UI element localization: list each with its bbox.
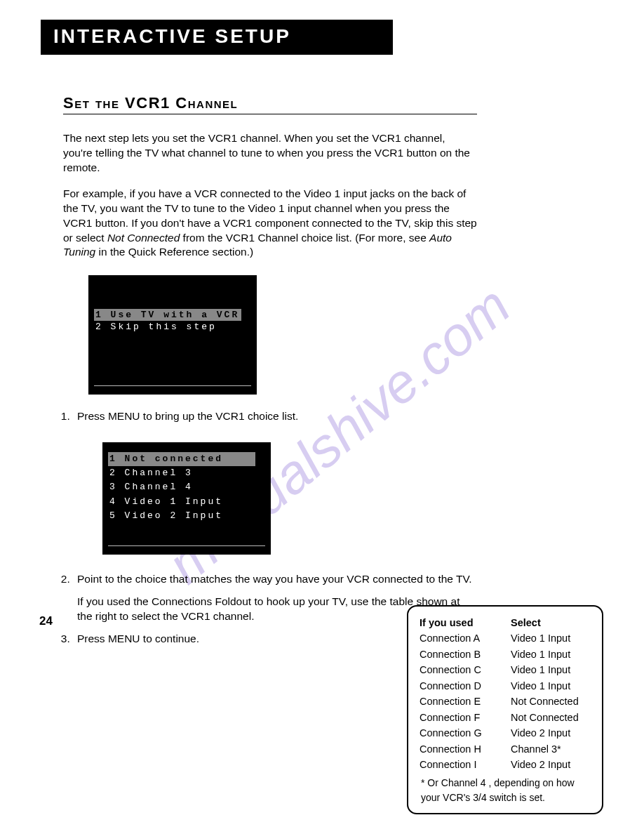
cell: Connection D — [420, 678, 511, 694]
cell: Connection A — [420, 630, 511, 646]
table-row: Connection CVideo 1 Input — [420, 662, 591, 677]
cell: Not Connected — [511, 694, 591, 709]
tv-screen-2: 1 Not connected 2 Channel 3 3 Channel 4 … — [102, 442, 271, 555]
cell: Connection B — [420, 647, 511, 662]
cell: Connection E — [420, 694, 511, 709]
table-footnote: * Or Channel 4 , depending on how your V… — [420, 776, 591, 806]
screen1-row-2: 2 Skip this step — [94, 321, 251, 333]
table-row: Connection IVideo 2 Input — [420, 757, 591, 772]
cell: Connection C — [420, 662, 511, 677]
screen2-selected-row: 1 Not connected — [108, 452, 255, 466]
cell: Video 1 Input — [511, 678, 591, 694]
page-number: 24 — [39, 614, 53, 628]
cell: Video 1 Input — [511, 647, 591, 662]
table-row: Connection DVideo 1 Input — [420, 678, 591, 694]
cell: Channel 3* — [511, 741, 591, 757]
connection-table: If you used Select Connection AVideo 1 I… — [407, 605, 603, 814]
table-header: If you used Select — [420, 615, 591, 630]
table-row: Connection FNot Connected — [420, 710, 591, 725]
intro-paragraph-2: For example, if you have a VCR connected… — [63, 187, 477, 260]
para2-not-connected: Not Connected — [107, 232, 180, 244]
table-row: Connection GVideo 2 Input — [420, 725, 591, 741]
screen2-row-2: 2 Channel 3 — [108, 466, 265, 480]
screen2-row-3: 3 Channel 4 — [108, 480, 265, 494]
cell: Video 2 Input — [511, 725, 591, 741]
step-1-text: Press MENU to bring up the VCR1 choice l… — [77, 410, 298, 422]
cell: Not Connected — [511, 710, 591, 725]
table-header-1: If you used — [420, 615, 511, 630]
table-row: Connection HChannel 3* — [420, 741, 591, 757]
cell: Video 2 Input — [511, 757, 591, 772]
table-row: Connection ENot Connected — [420, 694, 591, 709]
section-heading: Set the VCR1 Channel — [63, 94, 477, 114]
cell: Connection F — [420, 710, 511, 725]
screen2-row-5: 5 Video 2 Input — [108, 509, 265, 523]
cell: Connection I — [420, 757, 511, 772]
cell: Connection G — [420, 725, 511, 741]
step-2-text-a: Point to the choice that matches the way… — [77, 573, 472, 585]
table-row: Connection AVideo 1 Input — [420, 630, 591, 646]
step-1: Press MENU to bring up the VCR1 choice l… — [73, 409, 477, 555]
main-content: Set the VCR1 Channel The next step lets … — [63, 94, 477, 647]
screen2-row-4: 4 Video 1 Input — [108, 495, 265, 509]
cell: Connection H — [420, 741, 511, 757]
screen1-selected-row: 1 Use TV with a VCR — [94, 309, 241, 321]
cell: Video 1 Input — [511, 662, 591, 677]
intro-paragraph-1: The next step lets you set the VCR1 chan… — [63, 131, 477, 176]
para2-text-c: in the Quick Reference section.) — [95, 246, 253, 258]
table-row: Connection BVideo 1 Input — [420, 647, 591, 662]
step-3-text: Press MENU to continue. — [77, 633, 199, 644]
tv-screen-1: 1 Use TV with a VCR 2 Skip this step — [88, 275, 257, 395]
para2-text-b: from the VCR1 Channel choice list. (For … — [180, 232, 429, 244]
chapter-banner: Interactive Setup — [41, 20, 393, 55]
cell: Video 1 Input — [511, 630, 591, 646]
table-header-2: Select — [511, 615, 591, 630]
